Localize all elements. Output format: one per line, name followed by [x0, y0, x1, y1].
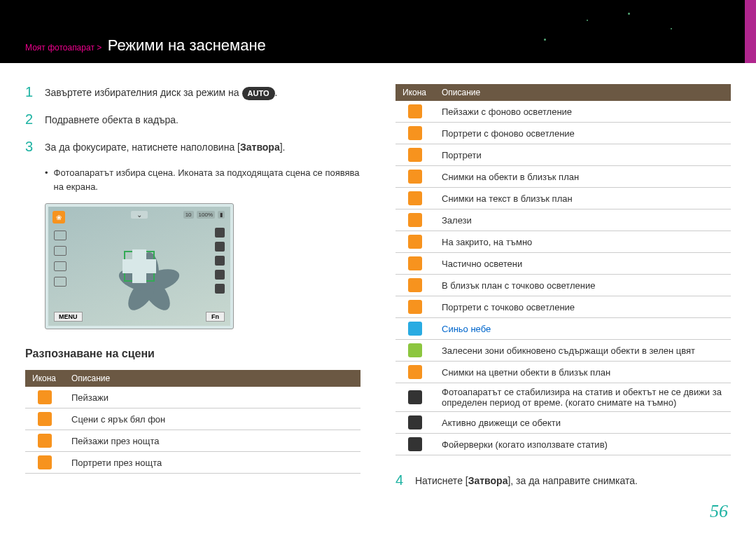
scene-description: Синьо небе [435, 318, 731, 340]
th-desc: Описание [435, 84, 731, 101]
scene-icon [408, 148, 422, 162]
table-row: Залези [396, 209, 731, 231]
scene-icon [38, 412, 52, 426]
step-number: 1 [25, 84, 45, 100]
scene-description: На закрито, на тъмно [435, 231, 731, 253]
focus-indicator [124, 251, 155, 282]
menu-button: MENU [54, 312, 83, 322]
step-text: Подравнете обекта в кадъра. [45, 111, 178, 128]
page-number: 56 [710, 501, 728, 522]
scene-icon [38, 455, 52, 469]
table-row: Залесени зони обикновено съдържащи обект… [396, 340, 731, 362]
scene-description: Залесени зони обикновено съдържащи обект… [435, 340, 731, 362]
table-row: Фойерверки (когато използвате статив) [396, 434, 731, 455]
table-row: Снимки на цветни обекти в близък план [396, 362, 731, 383]
table-row: Фотоапаратът се стабилизира на статив и … [396, 383, 731, 412]
table-row: На закрито, на тъмно [396, 231, 731, 253]
scene-icon [408, 104, 422, 118]
step-3: 3 За да фокусирате, натиснете наполовина… [25, 139, 360, 155]
table-row: В близък план с точково осветление [396, 275, 731, 296]
table-row: Активно движещи се обекти [396, 412, 731, 434]
screen-left-icons [54, 231, 66, 287]
scene-description: Пейзажи с фоново осветление [435, 101, 731, 123]
table-row: Частично осветени [396, 253, 731, 275]
scene-icon [408, 126, 422, 140]
camera-screen-preview: ❀ ⌄ 10100%▮ MENU Fn [45, 203, 234, 329]
table-row: Пейзажи през нощта [25, 430, 360, 452]
scene-icon [408, 278, 422, 292]
right-column: Икона Описание Пейзажи с фоново осветлен… [382, 84, 731, 500]
scene-icon [408, 213, 422, 227]
table-row: Пейзажи с фоново осветление [396, 101, 731, 123]
table-row: Портрети с точково осветление [396, 296, 731, 318]
scene-icon [408, 415, 422, 430]
auto-badge: AUTO [242, 87, 275, 100]
scene-icon [408, 256, 422, 270]
table-row: Портрети през нощта [25, 452, 360, 474]
scene-icon [408, 390, 422, 404]
scene-icon [408, 322, 422, 336]
scene-description: Сцени с ярък бял фон [64, 408, 360, 430]
scene-description: Частично осветени [435, 253, 731, 275]
table-row: Снимки на текст в близък план [396, 188, 731, 209]
scene-icon [408, 365, 422, 379]
scene-description: Пейзажи [64, 387, 360, 408]
step-number: 2 [25, 111, 45, 128]
step-2: 2 Подравнете обекта в кадъра. [25, 111, 360, 128]
section-subtitle: Разпознаване на сцени [25, 348, 360, 360]
scene-icon [408, 235, 422, 249]
scene-icon: ❀ [52, 211, 65, 224]
scene-description: Фойерверки (когато използвате статив) [435, 434, 731, 455]
scene-description: Залези [435, 209, 731, 231]
table-row: Сцени с ярък бял фон [25, 408, 360, 430]
scene-description: Портрети с фоново осветление [435, 123, 731, 144]
step-1: 1 Завъртете избирателния диск за режим н… [25, 84, 360, 100]
table-row: Снимки на обекти в близък план [396, 166, 731, 188]
scene-description: Портрети с точково осветление [435, 296, 731, 318]
th-icon: Икона [396, 84, 435, 101]
scene-icon [408, 191, 422, 205]
scene-icon [408, 437, 422, 451]
scene-table-left: Икона Описание ПейзажиСцени с ярък бял ф… [25, 370, 360, 474]
scene-icon [408, 300, 422, 314]
table-row: Синьо небе [396, 318, 731, 340]
step-number: 3 [25, 139, 45, 155]
bullet-note: Фотоапаратът избира сцена. Иконата за по… [45, 166, 360, 193]
page-title: Режими на заснемане [108, 36, 266, 54]
step-number: 4 [396, 472, 415, 488]
scene-description: Портрети [435, 144, 731, 166]
scene-description: В близък план с точково осветление [435, 275, 731, 296]
scene-description: Пейзажи през нощта [64, 430, 360, 452]
scene-description: Активно движещи се обекти [435, 412, 731, 434]
scene-icon [38, 390, 52, 404]
scene-icon [408, 343, 422, 357]
scene-description: Снимки на цветни обекти в близък план [435, 362, 731, 383]
step-text: Завъртете избирателния диск за режим на … [45, 84, 277, 100]
screen-side-icons [215, 228, 225, 294]
table-row: Портрети с фоново осветление [396, 123, 731, 144]
content: 1 Завъртете избирателния диск за режим н… [0, 63, 756, 500]
scene-description: Снимки на текст в близък план [435, 188, 731, 209]
th-icon: Икона [25, 370, 64, 387]
table-row: Пейзажи [25, 387, 360, 408]
page-header: Моят фотоапарат > Режими на заснемане [0, 0, 756, 63]
fn-button: Fn [206, 312, 225, 322]
breadcrumb: Моят фотоапарат > [25, 43, 102, 53]
scene-icon [38, 434, 52, 448]
scene-icon [408, 170, 422, 184]
screen-topbar: 10100%▮ [183, 211, 225, 219]
th-desc: Описание [64, 370, 360, 387]
table-row: Портрети [396, 144, 731, 166]
scene-table-right: Икона Описание Пейзажи с фоново осветлен… [396, 84, 731, 455]
scene-description: Фотоапаратът се стабилизира на статив и … [435, 383, 731, 412]
chevron-down-icon: ⌄ [131, 211, 148, 219]
step-text: За да фокусирате, натиснете наполовина [… [45, 139, 286, 155]
step-4: 4 Натиснете [Затвора], за да направите с… [396, 472, 731, 488]
scene-description: Портрети през нощта [64, 452, 360, 474]
step-text: Натиснете [Затвора], за да направите сни… [415, 472, 638, 488]
scene-description: Снимки на обекти в близък план [435, 166, 731, 188]
left-column: 1 Завъртете избирателния диск за режим н… [25, 84, 382, 500]
